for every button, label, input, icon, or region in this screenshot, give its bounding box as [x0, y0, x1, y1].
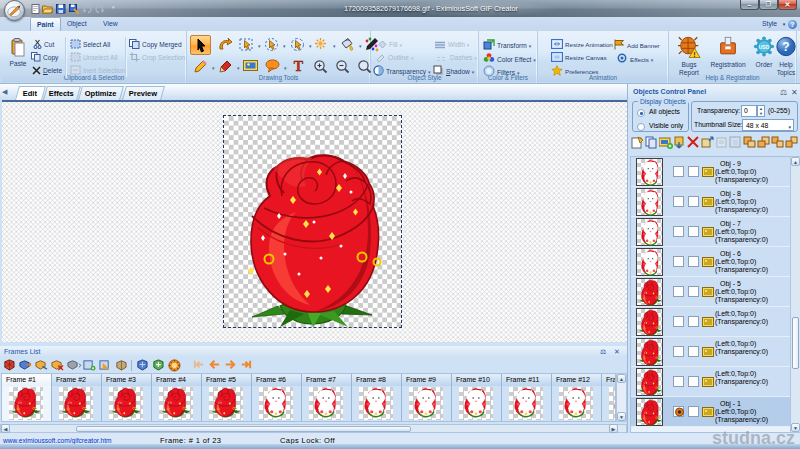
- svg-text:!: !: [693, 50, 695, 58]
- svg-text:T: T: [294, 59, 304, 73]
- svg-text:USD: USD: [759, 44, 770, 50]
- svg-text:?: ?: [782, 40, 789, 54]
